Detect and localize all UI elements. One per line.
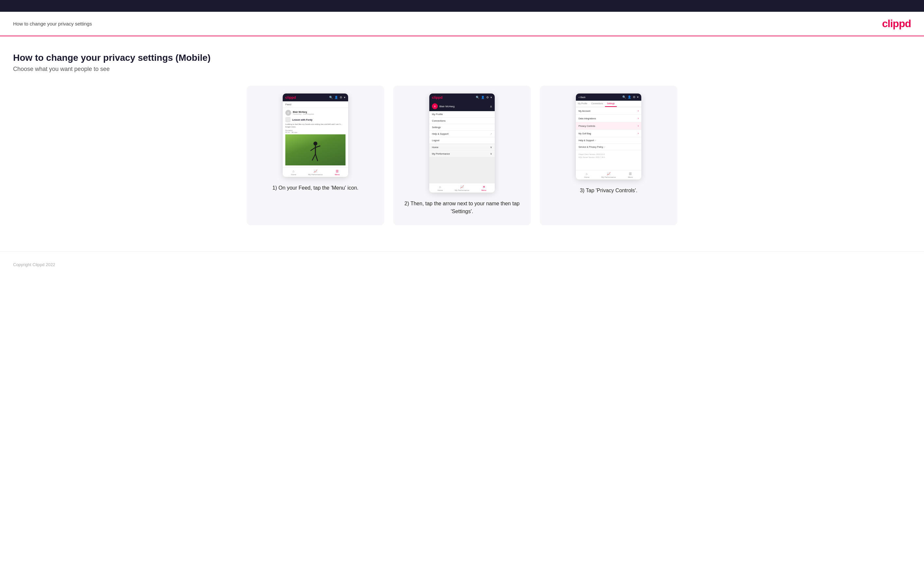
privacy-controls-label: Privacy Controls bbox=[578, 125, 595, 127]
chevron-down-icon: ∨ bbox=[490, 146, 492, 149]
data-integrations-label: Data Integrations bbox=[578, 118, 596, 120]
post-username: Blair McHarg bbox=[293, 111, 314, 113]
top-bar bbox=[0, 0, 924, 12]
my-golf-bag-label: My Golf Bag bbox=[578, 132, 591, 135]
main-content: How to change your privacy settings (Mob… bbox=[0, 36, 924, 239]
settings-privacy-controls[interactable]: Privacy Controls › bbox=[576, 122, 641, 130]
version-info: Clippd Client Version: 2022.8.3-3 GQL Se… bbox=[576, 150, 641, 160]
golfer-silhouette bbox=[307, 141, 324, 164]
lesson-title: Lesson with Fordy bbox=[292, 119, 312, 121]
svg-line-4 bbox=[312, 154, 315, 161]
service-privacy-label: Service & Privacy Policy ↗ bbox=[578, 146, 605, 148]
nav-home-label: Home bbox=[432, 146, 438, 149]
feed-label: Feed bbox=[283, 102, 348, 108]
profile-icon-3: 👤 bbox=[628, 95, 631, 99]
phone-nav-icons-1: 🔍 👤 ⚙ ▾ bbox=[329, 96, 346, 99]
phone-bottom-bar-2: ⌂ Home 📈 My Performance ✕ Menu bbox=[429, 183, 495, 193]
settings-help-support[interactable]: Help & Support ↗ bbox=[576, 137, 641, 144]
phone-logo-1: clippd bbox=[285, 95, 296, 99]
chevron-down-icon-2: ∨ bbox=[490, 152, 492, 155]
settings-my-golf-bag[interactable]: My Golf Bag › bbox=[576, 130, 641, 137]
copyright: Copyright Clippd 2022 bbox=[13, 262, 55, 267]
search-icon: 🔍 bbox=[329, 96, 333, 99]
search-icon-3: 🔍 bbox=[622, 95, 626, 99]
more-icon-2: ▾ bbox=[491, 96, 492, 99]
settings-icon-2: ⚙ bbox=[486, 96, 489, 99]
phone-nav-2: clippd 🔍 👤 ⚙ ▾ bbox=[429, 93, 495, 102]
search-icon-2: 🔍 bbox=[476, 96, 479, 99]
phone-mockup-2: clippd 🔍 👤 ⚙ ▾ B Blair McHarg bbox=[429, 93, 495, 193]
step-1-description: 1) On your Feed, tap the 'Menu' icon. bbox=[272, 184, 358, 192]
more-icon-3: ▾ bbox=[637, 95, 639, 99]
clippd-logo: clippd bbox=[882, 18, 911, 30]
footer: Copyright Clippd 2022 bbox=[0, 251, 924, 277]
bottom-home: ⌂ Home bbox=[283, 169, 305, 176]
phone-nav-icons-3: 🔍 👤 ⚙ ▾ bbox=[622, 95, 639, 99]
user-row: B Blair McHarg ∧ bbox=[429, 102, 495, 111]
more-icon: ▾ bbox=[344, 96, 346, 99]
bottom-menu[interactable]: ☰ Menu bbox=[326, 169, 348, 176]
menu-settings[interactable]: Settings bbox=[429, 124, 495, 131]
performance-icon-2: 📈 bbox=[460, 185, 464, 189]
duration: Duration 01 hr : 30 min bbox=[285, 129, 346, 134]
post-avatar-row: B Blair McHarg Yesterday · Sunningdale bbox=[285, 110, 346, 116]
tab-connections[interactable]: Connections bbox=[589, 101, 605, 107]
steps-container: clippd 🔍 👤 ⚙ ▾ Feed B Blair McHarg bbox=[13, 85, 911, 225]
menu-connections[interactable]: Connections bbox=[429, 118, 495, 124]
ext-icon-2: ↗ bbox=[604, 146, 605, 148]
post-avatar: B bbox=[285, 110, 291, 116]
my-account-label: My Account bbox=[578, 110, 590, 112]
menu-help-support[interactable]: Help & Support ↗ bbox=[429, 131, 495, 137]
step-3-description: 3) Tap 'Privacy Controls'. bbox=[580, 187, 637, 195]
screen3-back-bar: < Back 🔍 👤 ⚙ ▾ bbox=[576, 93, 641, 101]
settings-my-account[interactable]: My Account › bbox=[576, 107, 641, 115]
svg-line-5 bbox=[315, 154, 318, 161]
home-label-3: Home bbox=[584, 176, 589, 178]
performance-label: My Performance bbox=[308, 174, 323, 176]
post-user-info: Blair McHarg Yesterday · Sunningdale bbox=[293, 111, 314, 115]
chevron-right-icon-3: › bbox=[638, 124, 639, 127]
user-avatar: B bbox=[432, 103, 438, 109]
menu-label-3: Menu bbox=[628, 176, 633, 178]
close-icon: ✕ bbox=[483, 185, 485, 189]
menu-icon-3: ☰ bbox=[629, 172, 632, 176]
phone-bottom-bar-1: ⌂ Home 📈 My Performance ☰ Menu bbox=[283, 168, 348, 177]
svg-line-2 bbox=[310, 147, 315, 151]
close-label: Menu bbox=[481, 189, 486, 191]
profile-icon-2: 👤 bbox=[481, 96, 485, 99]
back-button[interactable]: < Back bbox=[578, 96, 586, 98]
bottom-menu-3[interactable]: ☰ Menu bbox=[619, 172, 641, 178]
menu-logout[interactable]: Logout bbox=[429, 137, 495, 144]
spacer bbox=[576, 160, 641, 170]
version-line-2: GQL Server Version: 2022.7.30-1 bbox=[578, 156, 639, 159]
settings-service-privacy[interactable]: Service & Privacy Policy ↗ bbox=[576, 144, 641, 150]
step-3-card: < Back 🔍 👤 ⚙ ▾ My Profile Connections Se… bbox=[540, 85, 677, 225]
user-info: B Blair McHarg bbox=[432, 103, 454, 109]
phone-logo-2: clippd bbox=[432, 95, 443, 99]
bottom-close[interactable]: ✕ Menu bbox=[473, 185, 495, 191]
golf-image bbox=[285, 134, 346, 165]
step-1-card: clippd 🔍 👤 ⚙ ▾ Feed B Blair McHarg bbox=[247, 85, 384, 225]
bottom-performance-2: 📈 My Performance bbox=[451, 185, 473, 191]
tab-settings[interactable]: Settings bbox=[605, 101, 617, 107]
menu-my-profile[interactable]: My Profile bbox=[429, 111, 495, 118]
feed-post: B Blair McHarg Yesterday · Sunningdale L… bbox=[283, 108, 348, 168]
bottom-home-2: ⌂ Home bbox=[429, 185, 451, 191]
page-subheading: Choose what you want people to see bbox=[13, 66, 911, 73]
post-user-sub: Yesterday · Sunningdale bbox=[293, 113, 314, 115]
nav-performance: My Performance ∨ bbox=[429, 150, 495, 157]
tab-my-profile[interactable]: My Profile bbox=[576, 101, 589, 107]
screen2-content: B Blair McHarg ∧ My Profile Connections … bbox=[429, 102, 495, 183]
external-link-icon: ↗ bbox=[490, 133, 492, 135]
nav-performance-label: My Performance bbox=[432, 152, 450, 155]
menu-label: Menu bbox=[335, 174, 340, 176]
bottom-performance: 📈 My Performance bbox=[305, 169, 326, 176]
settings-icon: ⚙ bbox=[340, 96, 342, 99]
svg-line-3 bbox=[315, 146, 320, 147]
performance-label-3: My Performance bbox=[601, 176, 616, 178]
home-icon-2: ⌂ bbox=[439, 185, 441, 189]
performance-icon-3: 📈 bbox=[607, 172, 611, 176]
settings-data-integrations[interactable]: Data Integrations › bbox=[576, 115, 641, 122]
step-2-description: 2) Then, tap the arrow next to your name… bbox=[401, 200, 523, 216]
lesson-icon bbox=[285, 117, 291, 122]
